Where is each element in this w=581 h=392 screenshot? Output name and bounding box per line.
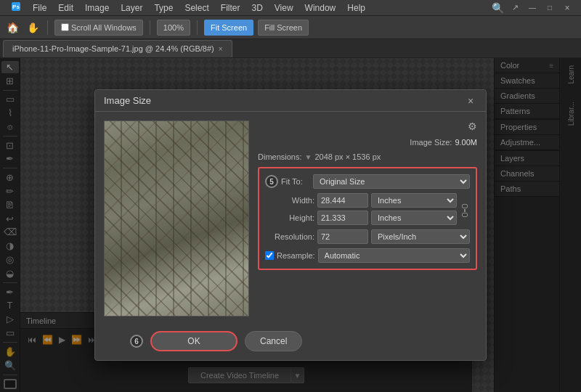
scroll-all-windows-checkbox[interactable]: Scroll All Windows: [54, 20, 143, 36]
toolbar-divider-2: [150, 20, 150, 35]
resolution-unit-select[interactable]: Pixels/Inch: [371, 229, 470, 244]
minimize-icon[interactable]: —: [524, 0, 540, 16]
document-tab[interactable]: iPhone-11-Pro-Image-Sample-71.jpg @ 24.4…: [3, 40, 232, 57]
tab-close-btn[interactable]: ×: [219, 45, 223, 53]
width-row: Width: Inches: [265, 193, 457, 208]
close-icon[interactable]: ×: [559, 0, 575, 16]
main-area: ↖ ⊞ ▭ ⌇ ⌾ ⊡ ✒ ⊕ ✏ 🖹 ↩ ⌫ ◑ ◎ ◒ ✒ T ▷ ▭ ✋ …: [0, 58, 581, 392]
menu-help[interactable]: Help: [342, 1, 370, 15]
resolution-label: Resolution:: [265, 232, 314, 241]
menu-select[interactable]: Select: [179, 1, 214, 15]
badge-6-container: 6: [130, 335, 143, 348]
dialog-close-btn[interactable]: ×: [464, 94, 477, 107]
dialog-footer: 6 OK Cancel: [95, 325, 486, 360]
menu-type[interactable]: Type: [149, 1, 178, 15]
modal-overlay: Image Size × ⚙ Image Size: 9.00M: [0, 58, 581, 392]
fit-to-select[interactable]: Original Size: [313, 174, 470, 189]
tab-bar: iPhone-11-Pro-Image-Sample-71.jpg @ 24.4…: [0, 39, 581, 58]
menu-view[interactable]: View: [269, 1, 298, 15]
chain-link: [460, 196, 470, 225]
width-unit-select[interactable]: Inches: [371, 193, 457, 208]
dialog-preview-image: [104, 121, 249, 317]
dimensions-value: 2048 px × 1536 px: [314, 152, 381, 161]
dimensions-dropdown-icon[interactable]: ▼: [305, 153, 312, 161]
resolution-row: Resolution: Pixels/Inch: [265, 229, 470, 244]
menu-file[interactable]: File: [28, 1, 52, 15]
height-label: Height:: [265, 213, 314, 222]
resample-checkbox[interactable]: [265, 251, 274, 260]
height-row: Height: Inches: [265, 211, 457, 225]
menu-ps[interactable]: Ps: [6, 0, 26, 15]
image-size-dialog: Image Size × ⚙ Image Size: 9.00M: [94, 89, 487, 361]
image-size-label: Image Size:: [410, 138, 452, 147]
toolbar-divider-1: [47, 20, 48, 35]
fit-screen-btn[interactable]: Fit Screen: [204, 20, 253, 36]
dialog-settings: ⚙ Image Size: 9.00M Dimensions: ▼ 2048 p…: [258, 121, 477, 317]
toolbar: 🏠 ✋ Scroll All Windows 100% Fit Screen F…: [0, 16, 581, 39]
dialog-settings-row: ⚙: [258, 121, 477, 132]
home-icon[interactable]: 🏠: [4, 20, 20, 36]
menu-image[interactable]: Image: [80, 1, 114, 15]
dialog-title-bar: Image Size ×: [95, 90, 486, 112]
maximize-icon[interactable]: □: [542, 0, 558, 16]
chain-bottom: [462, 213, 468, 217]
svg-text:Ps: Ps: [12, 4, 20, 10]
dimensions-label: Dimensions:: [258, 152, 302, 161]
menu-layer[interactable]: Layer: [115, 1, 147, 15]
ok-button[interactable]: OK: [150, 331, 237, 351]
height-unit-select[interactable]: Inches: [371, 211, 457, 225]
toolbar-divider-3: [197, 20, 198, 35]
chain-top: [462, 204, 468, 208]
dialog-body: ⚙ Image Size: 9.00M Dimensions: ▼ 2048 p…: [95, 112, 486, 325]
width-height-group: Width: Inches Height:: [265, 193, 470, 225]
wh-inputs: Width: Inches Height:: [265, 193, 457, 225]
chain-line: [464, 209, 466, 212]
image-size-row: Image Size: 9.00M: [258, 138, 477, 147]
height-input[interactable]: [317, 211, 368, 225]
tab-filename: iPhone-11-Pro-Image-Sample-71.jpg @ 24.4…: [12, 44, 214, 53]
share-icon[interactable]: ↗: [507, 0, 523, 16]
fill-screen-btn[interactable]: Fill Screen: [258, 20, 309, 36]
menu-edit[interactable]: Edit: [53, 1, 78, 15]
cancel-button[interactable]: Cancel: [245, 331, 302, 351]
resolution-input[interactable]: [317, 229, 368, 244]
image-size-value: 9.00M: [455, 138, 477, 147]
image-size-settings-section: 5 Fit To: Original Size Width:: [258, 167, 477, 270]
menu-filter[interactable]: Filter: [216, 1, 245, 15]
fit-to-label: Fit To:: [281, 177, 310, 186]
zoom-level[interactable]: 100%: [157, 20, 190, 36]
dialog-gear-icon[interactable]: ⚙: [468, 121, 477, 132]
width-input[interactable]: [317, 193, 368, 208]
dialog-title: Image Size: [104, 95, 151, 106]
hand-tool-icon[interactable]: ✋: [25, 20, 41, 36]
resample-row: Resample: Automatic: [265, 248, 470, 263]
resample-label: Resample:: [277, 251, 315, 260]
dimensions-row: Dimensions: ▼ 2048 px × 1536 px: [258, 152, 477, 161]
menu-3d[interactable]: 3D: [246, 1, 267, 15]
search-icon[interactable]: 🔍: [489, 0, 505, 16]
badge-6: 6: [130, 335, 143, 348]
width-label: Width:: [265, 196, 314, 205]
fit-to-row: 5 Fit To: Original Size: [265, 174, 470, 189]
menu-bar: Ps File Edit Image Layer Type Select Fil…: [0, 0, 581, 16]
menu-window[interactable]: Window: [300, 1, 341, 15]
badge-5: 5: [265, 175, 278, 188]
resample-select[interactable]: Automatic: [318, 248, 470, 263]
